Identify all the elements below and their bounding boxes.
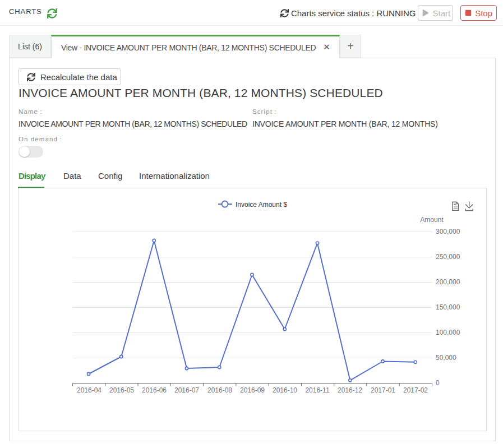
svg-text:2016-12: 2016-12 [338, 386, 362, 394]
svg-text:300,000: 300,000 [436, 228, 460, 235]
svg-text:2016-08: 2016-08 [207, 386, 232, 394]
svg-text:Amount: Amount [420, 216, 444, 224]
svg-text:0: 0 [436, 379, 440, 387]
svg-text:2016-10: 2016-10 [273, 386, 297, 394]
svg-text:2016-09: 2016-09 [240, 386, 265, 394]
svg-text:2016-07: 2016-07 [174, 386, 199, 394]
svg-text:250,000: 250,000 [436, 253, 460, 261]
svg-text:150,000: 150,000 [436, 303, 460, 311]
svg-text:Invoice Amount $: Invoice Amount $ [236, 201, 287, 209]
svg-text:2016-05: 2016-05 [109, 386, 134, 394]
svg-text:2017-01: 2017-01 [371, 386, 395, 394]
svg-text:200,000: 200,000 [436, 278, 460, 286]
svg-text:2016-06: 2016-06 [142, 386, 167, 394]
svg-text:2017-02: 2017-02 [403, 386, 428, 394]
svg-text:2016-04: 2016-04 [77, 386, 101, 394]
svg-text:2016-11: 2016-11 [305, 386, 329, 394]
svg-text:50,000: 50,000 [436, 354, 456, 362]
svg-text:100,000: 100,000 [436, 329, 460, 336]
